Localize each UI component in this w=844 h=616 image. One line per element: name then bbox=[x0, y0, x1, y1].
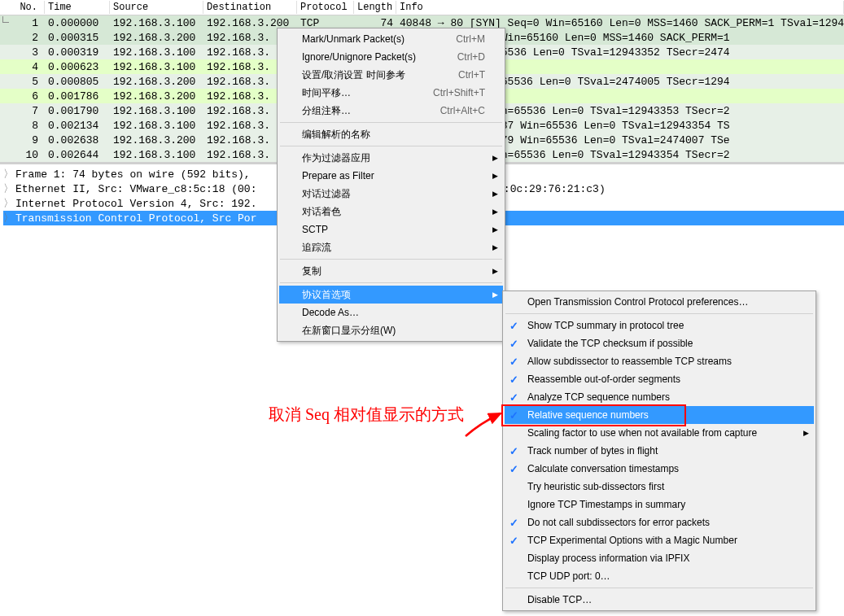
menu-item[interactable]: ✓Analyze TCP sequence numbers bbox=[505, 388, 814, 406]
col-no[interactable]: No. bbox=[0, 1, 45, 14]
col-time[interactable]: Time bbox=[45, 1, 110, 14]
annotation-text: 取消 Seq 相对值显示的方式 bbox=[269, 404, 464, 426]
menu-item[interactable]: 对话过滤器▶ bbox=[279, 185, 503, 203]
submenu-arrow-icon: ▶ bbox=[492, 154, 498, 162]
menu-item[interactable]: ✓Validate the TCP checksum if possible bbox=[505, 334, 814, 352]
submenu-arrow-icon: ▶ bbox=[492, 172, 498, 180]
menu-item[interactable]: ✓TCP Experimental Options with a Magic N… bbox=[505, 531, 814, 549]
menu-item[interactable]: ✓Show TCP summary in protocol tree bbox=[505, 317, 814, 334]
col-length[interactable]: Length bbox=[354, 1, 396, 14]
menu-item[interactable]: 追踪流▶ bbox=[279, 238, 503, 256]
menu-item[interactable]: 时间平移…Ctrl+Shift+T bbox=[279, 84, 503, 102]
menu-item[interactable]: 作为过滤器应用▶ bbox=[279, 149, 503, 167]
menu-item[interactable]: Ignore/Unignore Packet(s)Ctrl+D bbox=[279, 48, 503, 66]
submenu-arrow-icon: ▶ bbox=[492, 225, 498, 234]
frame-marker-icon bbox=[2, 16, 9, 23]
check-icon: ✓ bbox=[509, 374, 518, 386]
menu-item[interactable]: 设置/取消设置 时间参考Ctrl+T bbox=[279, 66, 503, 84]
annotation-arrow-icon bbox=[464, 407, 513, 439]
packet-list-header[interactable]: No. Time Source Destination Protocol Len… bbox=[0, 0, 844, 15]
menu-item[interactable]: 分组注释…Ctrl+Alt+C bbox=[279, 102, 503, 120]
menu-item[interactable]: 对话着色▶ bbox=[279, 203, 503, 221]
check-icon: ✓ bbox=[509, 463, 518, 475]
menu-separator bbox=[280, 146, 502, 146]
menu-separator bbox=[505, 588, 813, 588]
menu-item[interactable]: Decode As… bbox=[279, 304, 503, 321]
menu-item[interactable]: Scaling factor to use when not available… bbox=[505, 424, 814, 442]
submenu-arrow-icon: ▶ bbox=[492, 243, 498, 251]
check-icon: ✓ bbox=[509, 338, 518, 350]
check-icon: ✓ bbox=[509, 320, 518, 332]
menu-item[interactable]: Try heuristic sub-dissectors first bbox=[505, 478, 814, 496]
submenu-arrow-icon: ▶ bbox=[492, 190, 498, 198]
menu-item[interactable]: ✓Allow subdissector to reassemble TCP st… bbox=[505, 352, 814, 370]
menu-item[interactable]: Disable TCP… bbox=[505, 591, 814, 609]
menu-item[interactable]: ✓Calculate conversation timestamps bbox=[505, 460, 814, 478]
menu-separator bbox=[280, 259, 502, 260]
menu-item[interactable]: 编辑解析的名称 bbox=[279, 125, 503, 143]
menu-item[interactable]: SCTP▶ bbox=[279, 221, 503, 238]
check-icon: ✓ bbox=[509, 445, 518, 457]
check-icon: ✓ bbox=[509, 517, 518, 529]
menu-item[interactable]: Open Transmission Control Protocol prefe… bbox=[505, 293, 814, 311]
submenu-arrow-icon: ▶ bbox=[803, 429, 809, 437]
submenu-arrow-icon: ▶ bbox=[492, 291, 498, 299]
context-menu[interactable]: Mark/Unmark Packet(s)Ctrl+MIgnore/Unigno… bbox=[277, 28, 505, 342]
expand-icon[interactable]: 〉 bbox=[3, 211, 12, 225]
menu-separator bbox=[505, 313, 813, 314]
menu-item[interactable]: ✓Reassemble out-of-order segments bbox=[505, 370, 814, 388]
submenu-arrow-icon: ▶ bbox=[492, 208, 498, 216]
col-info[interactable]: Info bbox=[396, 1, 844, 14]
menu-item[interactable]: ✓Track number of bytes in flight bbox=[505, 442, 814, 460]
expand-icon[interactable]: 〉 bbox=[3, 181, 12, 196]
menu-item[interactable]: Ignore TCP Timestamps in summary bbox=[505, 496, 814, 513]
expand-icon[interactable]: 〉 bbox=[3, 167, 12, 181]
submenu-arrow-icon: ▶ bbox=[492, 267, 498, 275]
col-source[interactable]: Source bbox=[110, 1, 203, 14]
menu-separator bbox=[280, 122, 502, 123]
menu-item[interactable]: TCP UDP port: 0… bbox=[505, 567, 814, 585]
menu-item[interactable]: 协议首选项▶ bbox=[279, 286, 503, 304]
expand-icon[interactable]: 〉 bbox=[3, 196, 12, 211]
menu-item[interactable]: 复制▶ bbox=[279, 262, 503, 280]
menu-item[interactable]: ✓Do not call subdissectors for error pac… bbox=[505, 513, 814, 531]
menu-item[interactable]: Prepare as Filter▶ bbox=[279, 167, 503, 185]
check-icon: ✓ bbox=[509, 391, 518, 404]
menu-item[interactable]: ✓Relative sequence numbers bbox=[505, 406, 814, 424]
check-icon: ✓ bbox=[509, 535, 518, 547]
menu-item[interactable]: 在新窗口显示分组(W) bbox=[279, 321, 503, 339]
col-proto[interactable]: Protocol bbox=[297, 1, 354, 14]
protocol-prefs-submenu[interactable]: Open Transmission Control Protocol prefe… bbox=[502, 291, 816, 611]
col-dest[interactable]: Destination bbox=[203, 1, 297, 14]
menu-separator bbox=[280, 282, 502, 283]
check-icon: ✓ bbox=[509, 356, 518, 368]
menu-item[interactable]: Display process information via IPFIX bbox=[505, 549, 814, 567]
menu-item[interactable]: Mark/Unmark Packet(s)Ctrl+M bbox=[279, 30, 503, 48]
